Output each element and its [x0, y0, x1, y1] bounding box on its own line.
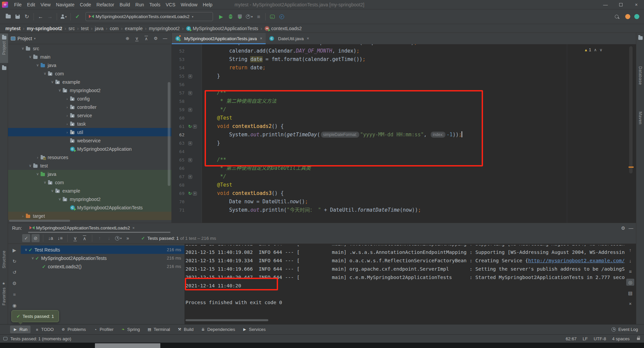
tree-chevron-icon[interactable]: ∨ — [42, 180, 48, 185]
code-editor[interactable]: 51 SimpleDateFormat fmt = new SimpleDate… — [172, 44, 636, 223]
tree-row[interactable]: webservice — [8, 136, 171, 145]
tree-row[interactable]: ∨com — [8, 178, 171, 187]
expand-all-button[interactable]: ∨ — [71, 234, 79, 242]
breadcrumb-item-mytest[interactable]: mytest — [5, 26, 21, 31]
tree-row[interactable]: ∨com — [8, 69, 171, 78]
console-link[interactable]: http://myspringboot2.example.com/ — [528, 258, 625, 263]
profile-button[interactable]: ▾ — [59, 12, 68, 21]
tree-row[interactable]: ∨src — [8, 44, 171, 53]
menu-help[interactable]: Help — [200, 1, 215, 8]
close-icon[interactable]: × — [260, 36, 262, 41]
forward-button[interactable]: → — [45, 12, 55, 21]
code-line[interactable]: 59∧ */ — [172, 106, 636, 114]
tree-chevron-icon[interactable]: ∨ — [20, 46, 25, 51]
code-line[interactable]: 67∧ */ — [172, 172, 636, 181]
project-panel-title[interactable]: Project — [17, 36, 32, 41]
collapse-all-button[interactable]: ∧ — [143, 35, 150, 42]
fold-marker-icon[interactable]: ∨ — [193, 125, 197, 129]
more-actions-button[interactable]: » — [124, 234, 132, 242]
tests-passed-balloon[interactable]: ✓ Tests passed: 1 — [11, 310, 59, 322]
next-warning-button[interactable]: ∨ — [599, 48, 602, 52]
code-line[interactable]: 53 String date = fmt.format(calendar.get… — [172, 55, 636, 64]
fold-marker-icon[interactable]: ∧ — [188, 175, 192, 179]
sidebar-tab-project[interactable]: Project — [0, 33, 8, 63]
coverage-button[interactable] — [235, 12, 245, 21]
breadcrumb-item-myspringboot2[interactable]: myspringboot2 — [148, 26, 180, 31]
status-item[interactable]: 62:67 — [566, 336, 577, 341]
menu-window[interactable]: Window — [178, 1, 200, 8]
tree-chevron-icon[interactable]: ∨ — [28, 163, 33, 168]
tree-chevron-icon[interactable]: › — [64, 130, 70, 134]
editor-vscrollbar[interactable] — [629, 46, 633, 173]
toolwindow-button-services[interactable]: ▶Services — [239, 326, 269, 333]
code-line[interactable]: 70 Date now = DateUtil.now(); — [172, 198, 636, 206]
toolwindow-button-run[interactable]: ▶Run — [10, 326, 31, 333]
sidebar-tab-favorites[interactable]: Favorites — [2, 287, 6, 305]
open-button[interactable] — [3, 12, 13, 21]
sync-button[interactable]: ↻ — [22, 12, 32, 21]
show-ignored-button[interactable]: ⊘ — [32, 234, 40, 242]
menu-code[interactable]: Code — [77, 1, 94, 8]
debug-button[interactable] — [226, 12, 235, 21]
tree-chevron-icon[interactable]: ∨ — [35, 172, 40, 176]
code-line[interactable]: 68 @Test — [172, 181, 636, 189]
breadcrumb-item-src[interactable]: src — [68, 26, 75, 31]
tree-chevron-icon[interactable]: ∨ — [23, 248, 29, 252]
tree-chevron-icon[interactable]: ∨ — [50, 80, 55, 84]
close-icon[interactable]: × — [307, 36, 309, 41]
soft-wrap-button[interactable]: ≡ — [626, 268, 634, 275]
commit-tab-icon[interactable] — [2, 66, 6, 70]
tree-chevron-icon[interactable]: › — [64, 97, 70, 101]
previous-test-button[interactable]: ↑ — [96, 234, 104, 242]
sidebar-tab-maven[interactable]: Maven — [638, 112, 643, 125]
minimize-button[interactable]: — — [598, 0, 613, 9]
scroll-to-bottom-button[interactable]: ↓ — [626, 257, 634, 264]
test-tree-row[interactable]: ∨✓MySpringboot2ApplicationTests216 ms — [21, 254, 184, 262]
inspections-widget[interactable]: ▲ 1 ∧ ∨ — [584, 48, 602, 52]
status-message[interactable]: Tests passed: 1 (moments ago) — [10, 336, 71, 341]
tree-row[interactable]: ∨java — [8, 170, 171, 178]
rerun-button[interactable]: ▶ — [10, 247, 18, 254]
print-console-button[interactable]: ▤ — [626, 289, 634, 296]
tree-chevron-icon[interactable]: › — [35, 155, 40, 159]
tree-row[interactable]: ∨main — [8, 53, 171, 61]
collapse-all-button[interactable]: ∧ — [80, 234, 89, 242]
tree-row[interactable]: ∨myspringboot2 — [8, 195, 171, 203]
warning-stripe-mark[interactable] — [629, 166, 634, 168]
code-line[interactable]: 65∨ /** — [172, 156, 636, 164]
sort-by-duration-button[interactable]: ↓≡ — [56, 234, 64, 242]
next-test-button[interactable]: ↓ — [105, 234, 113, 242]
rerun-failed-tests-button[interactable]: ↻ — [10, 258, 18, 265]
editor-tab-dateutil-java[interactable]: CDateUtil.java× — [266, 33, 313, 44]
toolwindow-button-dependencies[interactable]: ⇊Dependencies — [198, 326, 238, 333]
code-line[interactable]: 64 — [172, 147, 636, 156]
code-line[interactable]: 51 SimpleDateFormat fmt = new SimpleDate… — [172, 44, 636, 47]
fold-marker-icon[interactable]: ∨ — [188, 91, 192, 95]
run-configuration-select[interactable]: MySpringboot2ApplicationTests.contextLoa… — [86, 12, 213, 21]
menu-tools[interactable]: Tools — [147, 1, 163, 8]
tree-chevron-icon[interactable]: › — [64, 114, 70, 118]
tree-row[interactable]: ∨example — [8, 78, 171, 86]
tree-chevron-icon[interactable]: › — [64, 122, 70, 126]
code-line[interactable]: 66 * 第三种使用自定义的DateUtil工具类 — [172, 164, 636, 172]
code-line[interactable]: 57∨ /** — [172, 89, 636, 97]
services-check-button[interactable] — [277, 12, 286, 21]
menu-run[interactable]: Run — [133, 1, 147, 8]
project-tree-hscrollbar[interactable] — [9, 220, 70, 222]
menu-edit[interactable]: Edit — [24, 1, 38, 8]
code-line[interactable]: 69↻∨ void contextLoads3() { — [172, 189, 636, 198]
close-icon[interactable]: × — [132, 226, 135, 230]
stop-process-button[interactable]: ■ — [10, 291, 18, 298]
tree-row[interactable]: ∨example — [8, 187, 171, 195]
test-tree-row[interactable]: ✓contextLoads2()216 ms — [21, 262, 184, 271]
menu-vcs[interactable]: VCS — [163, 1, 178, 8]
profiler-button[interactable]: ▾ — [245, 12, 254, 21]
stop-button[interactable]: ■ — [254, 12, 263, 21]
notifications-icon[interactable] — [638, 36, 643, 40]
breadcrumb-item-myspringboot2applicationtests[interactable]: CMySpringboot2ApplicationTests — [185, 26, 259, 31]
update-available-icon[interactable] — [625, 14, 630, 19]
code-line[interactable]: 55∧ } — [172, 72, 636, 80]
fold-marker-icon[interactable]: ∨ — [188, 158, 192, 162]
tree-row[interactable]: ›resources — [8, 153, 171, 161]
tree-row[interactable]: CMySpringboot2ApplicationTests — [8, 203, 171, 212]
